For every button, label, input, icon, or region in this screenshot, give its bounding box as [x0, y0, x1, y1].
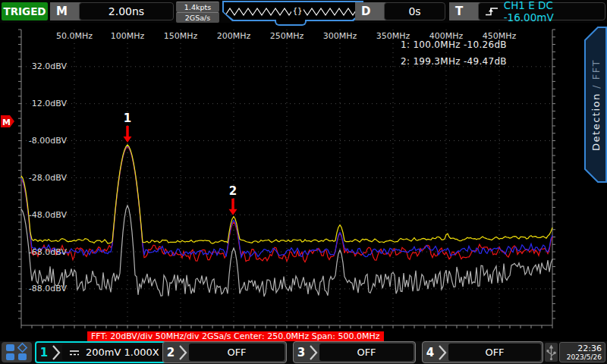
ref-marker-label: M [2, 118, 11, 127]
menu-tab-detection-fft[interactable]: Detection / FFT [584, 27, 607, 183]
oscilloscope-screen: M12 50.0MHz100MHz150MHz200MHz250MHz300MH… [0, 0, 607, 364]
chevron-right-icon [438, 344, 447, 361]
timebase-value[interactable]: 2.00ns [79, 2, 174, 20]
marker1-readout: 1: 100.0MHz -10.26dB [401, 39, 507, 50]
memory-depth-badge: 1.4kpts [176, 2, 219, 12]
sample-rate-badge: 2GSa/s [176, 12, 219, 23]
channel2-number: 2 [163, 346, 178, 359]
channel3-button[interactable]: 3 OFF [293, 341, 416, 363]
marker2-readout: 2: 199.3MHz -49.47dB [401, 56, 507, 67]
graticule [18, 30, 555, 328]
top-status-bar: TRIGED M 2.00ns 1.4kpts 2GSa/s {} D 0s T… [0, 0, 607, 23]
tiles-menu-icon [2, 342, 32, 362]
display-menu-button[interactable] [2, 342, 32, 362]
trigger-settings[interactable]: CH1 E DC -16.00mV [478, 2, 605, 20]
usb-status [545, 343, 558, 362]
channel3-state: OFF [319, 344, 414, 361]
waveform-preview-handle[interactable] [275, 20, 307, 26]
rising-edge-icon [485, 6, 499, 17]
trigger-status-badge: TRIGED [2, 2, 48, 20]
trace-blue [21, 146, 552, 257]
date-value: 2023/5/26 [560, 353, 602, 362]
peak-marker-arrowhead [229, 209, 237, 215]
usb-icon [546, 344, 556, 361]
waveform-preview-strip[interactable]: {} [222, 1, 363, 21]
clock: 22:36 2023/5/26 [559, 342, 605, 362]
peak-marker-number: 2 [229, 184, 237, 198]
bottom-channel-bar: 1 200mV 1.000X 2 OFF 3 OFF [0, 341, 607, 364]
fft-settings-bar: FFT: 20dBV/div 50MHz/div 2GSa/s Center: … [87, 331, 384, 341]
peak-marker-number: 1 [124, 111, 131, 125]
channel2-button[interactable]: 2 OFF [162, 341, 287, 363]
menu-tab-label: Detection / FFT [584, 27, 607, 183]
trigger-source: CH1 E DC -16.00mV [504, 0, 605, 24]
channel4-state: OFF [448, 344, 541, 361]
waveform-preview-window: {} [224, 2, 362, 20]
channel2-state: OFF [189, 344, 285, 361]
time-value: 22:36 [560, 344, 602, 353]
fft-spectrum-plot: M12 [0, 0, 607, 364]
channel4-number: 4 [423, 346, 438, 359]
channel3-number: 3 [294, 346, 309, 359]
peak-markers[interactable]: 12 [124, 111, 237, 215]
trace-red [21, 146, 552, 262]
peak-marker-arrowhead [124, 136, 132, 143]
channel1-setting: 200mV 1.000X [86, 347, 159, 358]
ref-level-marker[interactable]: M [1, 115, 14, 127]
dc-coupling-icon [68, 348, 80, 357]
menu-tab-label-sub: / FFT [590, 59, 602, 93]
trigger-position-marker[interactable]: {} [291, 5, 304, 17]
channel1-button[interactable]: 1 200mV 1.000X [35, 341, 169, 363]
chevron-right-icon [309, 344, 318, 361]
channel1-number: 1 [36, 346, 52, 359]
channel4-button[interactable]: 4 OFF [422, 341, 543, 363]
chevron-right-icon [178, 344, 187, 361]
menu-tab-label-main: Detection [590, 93, 602, 151]
delay-value[interactable]: 0s [384, 2, 445, 20]
chevron-right-icon [52, 344, 61, 361]
